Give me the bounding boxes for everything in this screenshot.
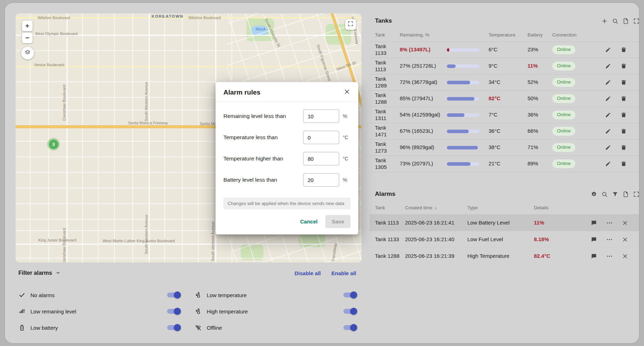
trash-icon [620,128,627,135]
alarms-fullscreen-button[interactable] [632,189,639,199]
alarms-filter-button[interactable] [610,189,620,199]
tank-row[interactable]: Tank 1133 8% (13497L) 6°C 23% Online [370,42,639,58]
tank-remaining: 8% (13497L) [400,46,447,53]
close-icon [622,236,628,243]
alarm-more-button[interactable] [605,251,614,261]
zoom-out-button[interactable]: − [22,33,33,43]
delete-tank-button[interactable] [619,45,628,55]
filter-icon [612,191,619,198]
delete-tank-button[interactable] [619,143,628,152]
layers-button[interactable] [21,47,34,59]
rule-field-row: Remaining level less than % [223,106,351,127]
filter-toggle-no-alarms[interactable] [167,293,180,297]
delete-tank-button[interactable] [619,159,628,169]
tank-row[interactable]: Tank 1311 54% (412599gal) 7°C 36% Online [370,107,639,123]
battery-alert-icon [18,324,25,331]
alarm-dismiss-button[interactable] [620,218,629,227]
tank-row[interactable]: Tank 1305 73% (20797L) 21°C 89% Online [370,156,639,172]
tank-row[interactable]: Tank 1288 85% (27947L) 82°C 50% Online [370,91,639,107]
tank-remaining: 73% (20797L) [400,160,447,167]
filter-toggle-high-temperature[interactable] [343,309,356,314]
pencil-icon [605,112,611,118]
edit-tank-button[interactable] [603,45,612,55]
tank-row[interactable]: Tank 1471 67% (16523L) 36°C 66% Online [370,123,639,140]
edit-tank-button[interactable] [603,127,612,136]
filter-alarms-expand-button[interactable] [55,270,61,277]
alarm-row[interactable]: Tank 1288 2025-06-23 16:21:39 High Tempe… [370,248,639,265]
tank-row[interactable]: Tank 1273 96% (8929gal) 38°C 71% Online [370,140,639,156]
delete-tank-button[interactable] [619,110,628,120]
tank-row[interactable]: Tank 1289 72% (36778gal) 34°C 52% Online [370,74,639,91]
cancel-button[interactable]: Cancel [297,216,321,227]
edit-tank-button[interactable] [603,159,612,169]
add-icon [601,18,608,24]
tank-remaining-bar [447,97,489,101]
alarm-row[interactable]: Tank 1133 2025-06-23 16:21:40 Low Fuel L… [370,231,639,248]
edit-tank-button[interactable] [603,78,612,87]
status-badge: Online [552,45,575,54]
tanks-add-button[interactable] [600,16,609,25]
dialog-close-button[interactable] [343,88,351,96]
tank-battery: 11% [528,63,552,69]
edit-tank-button[interactable] [603,110,612,120]
disable-all-button[interactable]: Disable all [295,270,321,276]
column-header: Remaining, % [400,32,447,38]
column-header: Connection [552,32,598,38]
filter-toggle-offline[interactable] [343,325,356,330]
filter-toggle-low-temperature[interactable] [343,293,356,297]
tank-name: Tank 1113 [375,59,400,73]
map-label: South Western Avenue [144,215,148,254]
zoom-in-button[interactable]: + [22,21,33,31]
tank-remaining-bar [447,81,489,84]
status-badge: Online [552,143,575,152]
column-header-created-time[interactable]: Created time↓ [405,205,467,211]
alarm-type: High Temperature [467,253,534,260]
tank-connection: Online [552,94,598,103]
alarms-settings-button[interactable] [589,189,598,199]
edit-tank-button[interactable] [603,143,612,152]
rule-field-input-2[interactable] [303,152,339,165]
tanks-export-button[interactable] [621,16,630,25]
delete-tank-button[interactable] [619,94,628,103]
alarm-comment-button[interactable] [589,218,598,227]
alarm-comment-button[interactable] [589,235,598,244]
alarm-comment-button[interactable] [589,251,598,261]
rule-field-input-3[interactable] [303,173,339,187]
rule-field-input-1[interactable] [303,131,339,144]
alarm-created-time: 2025-06-23 16:21:39 [405,253,467,260]
map-cluster-marker[interactable]: 3 [47,138,60,151]
enable-all-button[interactable]: Enable all [331,270,356,276]
delete-tank-button[interactable] [619,62,628,71]
delete-tank-button[interactable] [619,127,628,136]
alarm-details: 8.18% [534,236,569,243]
filter-toggle-low-remaning-level[interactable] [167,309,180,314]
tank-name: Tank 1133 [375,43,400,57]
alarms-search-button[interactable] [600,189,609,199]
filter-toggle-low-battery[interactable] [167,325,180,330]
dashboard: Wilshire BoulevardWilshire BoulevardKORE… [5,3,639,343]
fuel-level-icon [18,308,25,315]
edit-tank-button[interactable] [603,94,612,103]
edit-tank-button[interactable] [603,62,612,71]
tank-temperature: 34°C [489,79,528,86]
tank-connection: Online [552,62,598,70]
alarm-more-button[interactable] [605,235,614,244]
tanks-fullscreen-button[interactable] [632,16,639,25]
alarms-export-button[interactable] [621,189,630,199]
tank-remaining-bar [447,48,489,52]
fullscreen-icon [633,191,639,198]
tank-row[interactable]: Tank 1113 27% (251726L) 9°C 11% Online [370,58,639,74]
alarm-row[interactable]: Tank 1113 2025-06-23 16:21:41 Low Batter… [370,215,639,231]
status-badge: Online [552,127,575,136]
alarm-dismiss-button[interactable] [620,251,629,261]
filter-item-label: No alarms [30,292,55,298]
tank-battery: 52% [528,79,552,86]
rule-field-input-0[interactable] [303,109,339,123]
alarm-more-button[interactable] [605,218,614,227]
rule-field-label: Temperature higher than [223,155,303,162]
tanks-search-button[interactable] [610,16,620,25]
alarm-dismiss-button[interactable] [620,235,629,244]
save-button[interactable]: Save [325,215,351,228]
delete-tank-button[interactable] [619,78,628,87]
map-fullscreen-button[interactable] [345,19,356,30]
